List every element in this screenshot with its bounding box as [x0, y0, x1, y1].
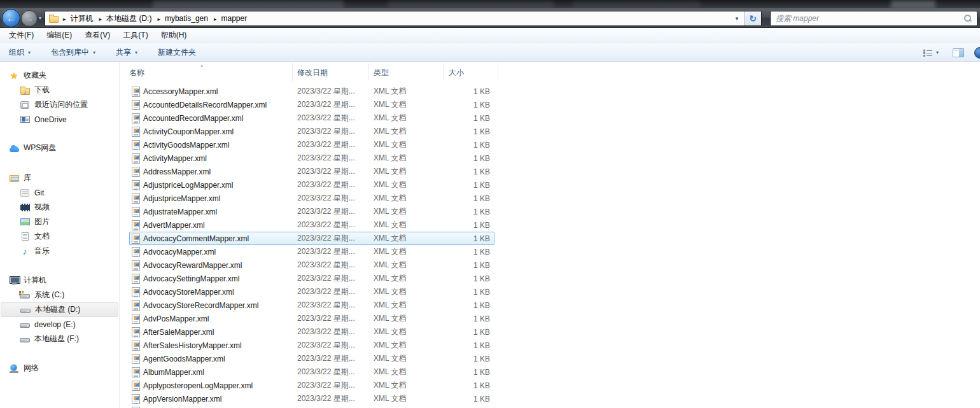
xml-file-icon: [132, 87, 140, 97]
organize-button[interactable]: 组织: [4, 45, 36, 60]
navigation-pane: ★ 收藏夹 ↓ 下载 最近访问的位置 OneDrive WPS网盘 库 Git: [0, 62, 120, 408]
share-button[interactable]: 共享: [111, 45, 143, 60]
search-box[interactable]: 搜索 mapper: [770, 11, 977, 26]
column-header-name[interactable]: 名称: [129, 67, 144, 78]
sidebar-item-music[interactable]: ♪ 音乐: [0, 244, 119, 258]
sidebar-item-pictures[interactable]: 图片: [0, 215, 119, 229]
file-row[interactable]: AddressMapper.xml 2023/3/22 星期... XML 文档…: [129, 165, 494, 178]
file-row[interactable]: AlbumMapper.xml 2023/3/22 星期... XML 文档 1…: [129, 365, 494, 379]
column-header-size[interactable]: 大小: [449, 67, 464, 78]
new-folder-button[interactable]: 新建文件夹: [153, 45, 201, 60]
xml-file-icon: [132, 354, 140, 364]
column-separator[interactable]: [292, 63, 293, 81]
file-date-modified: 2023/3/22 星期...: [297, 260, 374, 271]
file-row[interactable]: AdvocacySettingMapper.xml 2023/3/22 星期..…: [129, 272, 494, 285]
file-row[interactable]: ActivityCouponMapper.xml 2023/3/22 星期...…: [129, 125, 494, 138]
menu-tools[interactable]: 工具(T): [116, 28, 154, 43]
command-bar: 组织 包含到库中 共享 新建文件夹 ▾: [0, 43, 980, 62]
sidebar-item-wps-cloud[interactable]: WPS网盘: [0, 141, 119, 155]
file-row[interactable]: AdvertMapper.xml 2023/3/22 星期... XML 文档 …: [129, 218, 494, 232]
sidebar-item-libraries[interactable]: 库: [0, 171, 119, 185]
file-row[interactable]: AppVersionMapper.xml 2023/3/22 星期... XML…: [129, 392, 494, 405]
file-row[interactable]: AdvPosMapper.xml 2023/3/22 星期... XML 文档 …: [129, 312, 494, 325]
recent-pages-dropdown-icon[interactable]: ▾: [39, 15, 41, 21]
file-size: 1 KB: [444, 261, 494, 270]
column-header-type[interactable]: 类型: [374, 67, 389, 78]
file-date-modified: 2023/3/22 星期...: [297, 340, 374, 351]
back-button[interactable]: ←: [2, 9, 20, 27]
sidebar-label: 下载: [34, 85, 50, 95]
file-size: 1 KB: [444, 208, 494, 216]
network-icon: [10, 364, 18, 373]
column-separator[interactable]: [498, 63, 498, 81]
menu-edit[interactable]: 编辑(E): [40, 28, 78, 43]
file-row[interactable]: AdjustrateMapper.xml 2023/3/22 星期... XML…: [129, 205, 494, 218]
file-row[interactable]: AfterSalesHistoryMapper.xml 2023/3/22 星期…: [129, 339, 494, 352]
sidebar-item-documents[interactable]: 文档: [0, 229, 119, 244]
file-size: 1 KB: [444, 274, 494, 283]
breadcrumb-computer[interactable]: 计算机: [59, 11, 95, 25]
refresh-button[interactable]: ↻: [744, 11, 761, 25]
help-button[interactable]: [974, 47, 980, 59]
sidebar-item-drive-f[interactable]: 本地磁盘 (F:): [0, 332, 119, 346]
music-note-icon: ♪: [23, 246, 27, 257]
sidebar-item-videos[interactable]: 视频: [0, 200, 119, 215]
file-type: XML 文档: [374, 340, 444, 351]
file-row[interactable]: AdvocacyStoreRecordMapper.xml 2023/3/22 …: [129, 299, 494, 312]
file-row[interactable]: ApplyposteropenLogMapper.xml 2023/3/22 星…: [129, 379, 494, 392]
sidebar-item-favorites[interactable]: ★ 收藏夹: [0, 68, 119, 83]
sidebar-item-drive-d[interactable]: 本地磁盘 (D:): [1, 302, 118, 317]
xml-file-icon: [132, 394, 140, 404]
sidebar-item-drive-c[interactable]: 系统 (C:): [0, 288, 119, 302]
file-name: AlbumMapper.xml: [143, 368, 297, 377]
column-separator[interactable]: [368, 63, 368, 81]
file-row[interactable]: AdvocacyCommentMapper.xml 2023/3/22 星期..…: [129, 232, 494, 245]
file-row[interactable]: AfterSaleMapper.xml 2023/3/22 星期... XML …: [129, 325, 494, 339]
sidebar-item-onedrive[interactable]: OneDrive: [0, 112, 119, 127]
breadcrumb-drive-d[interactable]: 本地磁盘 (D:): [95, 11, 153, 25]
sidebar-item-git[interactable]: Git: [0, 185, 119, 200]
menu-file[interactable]: 文件(F): [3, 28, 40, 43]
file-date-modified: 2023/3/22 星期...: [297, 286, 374, 297]
column-separator[interactable]: [444, 63, 444, 81]
include-in-library-button[interactable]: 包含到库中: [46, 45, 101, 60]
xml-file-icon: [132, 207, 140, 217]
file-name: AfterSalesHistoryMapper.xml: [143, 341, 297, 350]
breadcrumb-mybatis-gen[interactable]: mybatis_gen: [153, 12, 209, 25]
file-row[interactable]: AgentGoodsMapper.xml 2023/3/22 星期... XML…: [129, 352, 494, 365]
forward-button[interactable]: →: [21, 10, 38, 27]
preview-pane-button[interactable]: [953, 48, 964, 57]
file-date-modified: 2023/3/22 星期...: [297, 353, 374, 364]
file-size: 1 KB: [444, 395, 494, 404]
file-date-modified: 2023/3/22 星期...: [297, 393, 374, 404]
sidebar-item-network[interactable]: 网络: [0, 361, 119, 376]
file-row[interactable]: AdvocacyRewardMapper.xml 2023/3/22 星期...…: [129, 258, 494, 272]
column-header-date-modified[interactable]: 修改日期: [297, 67, 328, 78]
file-size: 1 KB: [444, 248, 494, 257]
file-row[interactable]: AdjustpriceLogMapper.xml 2023/3/22 星期...…: [129, 178, 494, 192]
file-row[interactable]: AccountedRecordMapper.xml 2023/3/22 星期..…: [129, 111, 494, 125]
address-history-dropdown-button[interactable]: ▾: [730, 11, 744, 25]
explorer-window: ← → ▾ 计算机 本地磁盘 (D:) mybatis_gen mapper ▾…: [0, 0, 980, 408]
breadcrumb-mapper[interactable]: mapper: [209, 12, 248, 25]
change-view-button[interactable]: ▾: [923, 49, 939, 57]
menu-view[interactable]: 查看(V): [78, 28, 116, 43]
file-row[interactable]: AccessoryMapper.xml 2023/3/22 星期... XML …: [129, 85, 494, 98]
file-row[interactable]: ActivityMapper.xml 2023/3/22 星期... XML 文…: [129, 151, 494, 165]
xml-file-icon: [132, 274, 140, 284]
address-bar[interactable]: 计算机 本地磁盘 (D:) mybatis_gen mapper ▾ ↻: [45, 11, 762, 26]
sidebar-item-computer[interactable]: 计算机: [0, 273, 119, 288]
file-row[interactable]: ActivityGoodsMapper.xml 2023/3/22 星期... …: [129, 138, 494, 151]
sidebar-item-drive-e[interactable]: develop (E:): [0, 317, 119, 332]
file-row[interactable]: AccountedDetailsRecordMapper.xml 2023/3/…: [129, 98, 494, 111]
file-row[interactable]: AdvocacyMapper.xml 2023/3/22 星期... XML 文…: [129, 245, 494, 258]
file-type: XML 文档: [374, 206, 444, 217]
xml-file-icon: [132, 327, 140, 337]
sidebar-item-downloads[interactable]: ↓ 下载: [0, 83, 119, 97]
file-row[interactable]: AdvocacyStoreMapper.xml 2023/3/22 星期... …: [129, 285, 494, 299]
sidebar-item-recent-places[interactable]: 最近访问的位置: [0, 97, 119, 112]
file-row[interactable]: AdjustpriceMapper.xml 2023/3/22 星期... XM…: [129, 192, 494, 205]
sidebar-label: develop (E:): [34, 320, 76, 329]
menu-help[interactable]: 帮助(H): [155, 28, 193, 43]
file-type: XML 文档: [374, 220, 444, 230]
